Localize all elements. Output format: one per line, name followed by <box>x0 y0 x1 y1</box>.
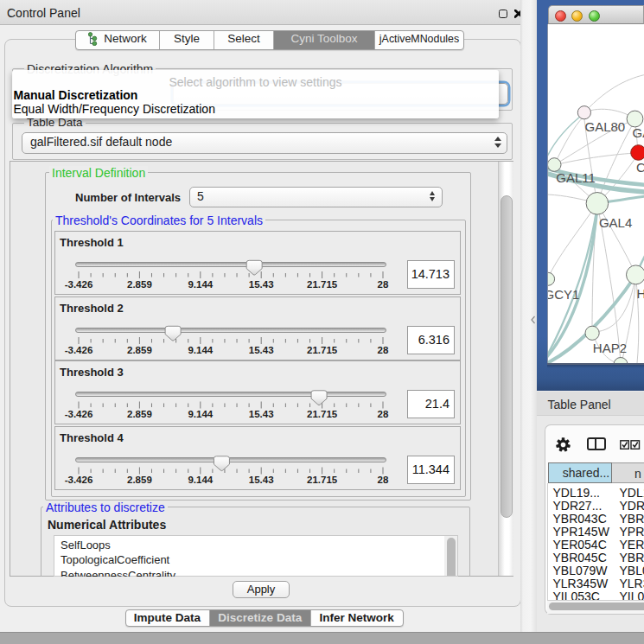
svg-text:GAL80: GAL80 <box>584 119 625 134</box>
svg-text:GAL4: GAL4 <box>598 214 631 229</box>
svg-text:C: C <box>636 160 644 175</box>
svg-text:GA: GA <box>632 125 644 140</box>
svg-text:H: H <box>636 285 644 300</box>
svg-text:HAP2: HAP2 <box>592 340 626 354</box>
svg-text:GCY1: GCY1 <box>548 287 579 302</box>
svg-text:GAL11: GAL11 <box>556 170 596 185</box>
